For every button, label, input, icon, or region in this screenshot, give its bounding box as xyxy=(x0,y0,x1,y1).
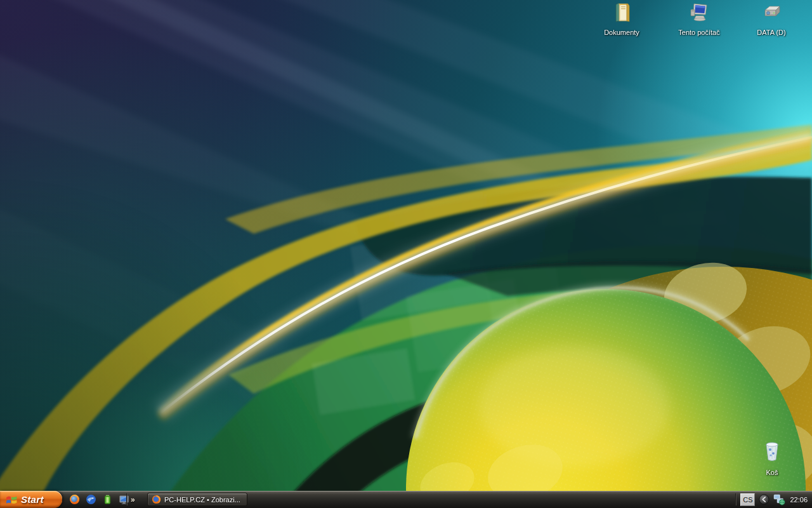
desktop-icon-label: Tento počítač xyxy=(678,29,719,37)
taskbar-divider xyxy=(126,493,128,505)
quick-launch-overflow-chevron[interactable]: » xyxy=(131,491,135,508)
battery-icon[interactable] xyxy=(101,493,114,506)
desktop-icon-tento-pocitac[interactable]: Tento počítač xyxy=(672,2,726,37)
wallpaper-graphic xyxy=(0,0,812,508)
taskbar-clock[interactable]: 22:06 xyxy=(789,496,808,504)
firefox-icon xyxy=(152,495,161,504)
desktop-icon-kos[interactable]: Koš xyxy=(745,439,799,478)
computer-icon xyxy=(672,2,726,26)
recycle-bin-icon xyxy=(745,439,799,466)
tray-divider xyxy=(735,493,737,505)
quick-launch-bar xyxy=(68,491,130,508)
taskbar: Start xyxy=(0,491,812,508)
start-button[interactable]: Start xyxy=(0,491,62,508)
monitor-icon[interactable] xyxy=(117,493,130,506)
desktop-icon-data-d[interactable]: DATA (D) xyxy=(745,2,798,37)
firefox-icon[interactable] xyxy=(68,493,81,506)
drive-icon xyxy=(745,2,798,26)
system-tray: CS xyxy=(735,491,812,508)
desktop-icon-dokumenty[interactable]: Dokumenty xyxy=(595,2,648,37)
desktop-icon-label: DATA (D) xyxy=(757,29,785,37)
desktop-icon-label: Dokumenty xyxy=(604,29,639,37)
language-indicator[interactable]: CS xyxy=(740,493,755,506)
desktop[interactable]: Dokumenty Tento počítač xyxy=(0,0,812,508)
task-button-firefox[interactable]: PC-HELP.CZ • Zobrazi... xyxy=(147,493,247,506)
thunderbird-icon[interactable] xyxy=(84,493,97,506)
windows-logo-icon xyxy=(6,494,18,505)
start-button-label: Start xyxy=(21,494,44,505)
network-icon[interactable] xyxy=(773,493,785,505)
desktop-icon-label: Koš xyxy=(766,469,778,477)
chevron-left-ball-icon[interactable] xyxy=(759,494,769,505)
task-button-label: PC-HELP.CZ • Zobrazi... xyxy=(164,496,240,504)
folder-icon xyxy=(595,2,648,26)
